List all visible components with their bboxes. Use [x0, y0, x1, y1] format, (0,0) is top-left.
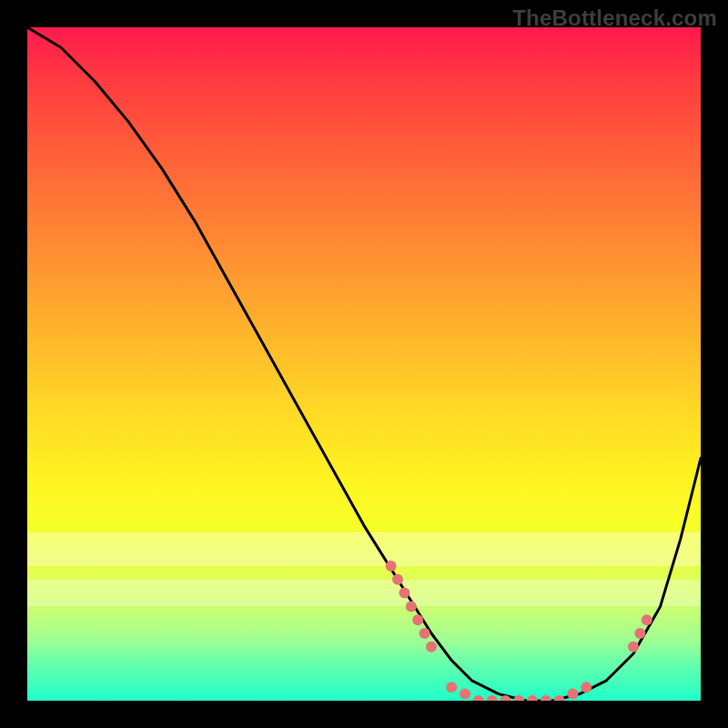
- data-marker: [634, 628, 645, 639]
- data-marker: [399, 588, 410, 599]
- data-marker: [420, 628, 430, 639]
- data-marker: [628, 642, 639, 652]
- data-marker: [513, 695, 524, 701]
- data-marker: [406, 601, 417, 612]
- data-marker: [487, 695, 498, 701]
- data-marker: [412, 614, 423, 625]
- data-marker: [642, 614, 652, 625]
- data-marker: [567, 689, 578, 700]
- data-marker: [446, 682, 457, 693]
- data-marker: [386, 561, 397, 571]
- chart-plot-area: [27, 27, 701, 701]
- data-marker: [460, 689, 470, 700]
- data-marker: [541, 695, 551, 701]
- data-markers: [386, 561, 652, 701]
- data-marker: [392, 574, 403, 585]
- data-marker: [554, 695, 565, 701]
- data-marker: [426, 642, 437, 652]
- data-marker: [473, 695, 484, 701]
- data-marker: [527, 695, 538, 701]
- chart-svg: [27, 27, 701, 701]
- data-marker: [581, 682, 592, 693]
- bottleneck-curve: [27, 27, 701, 701]
